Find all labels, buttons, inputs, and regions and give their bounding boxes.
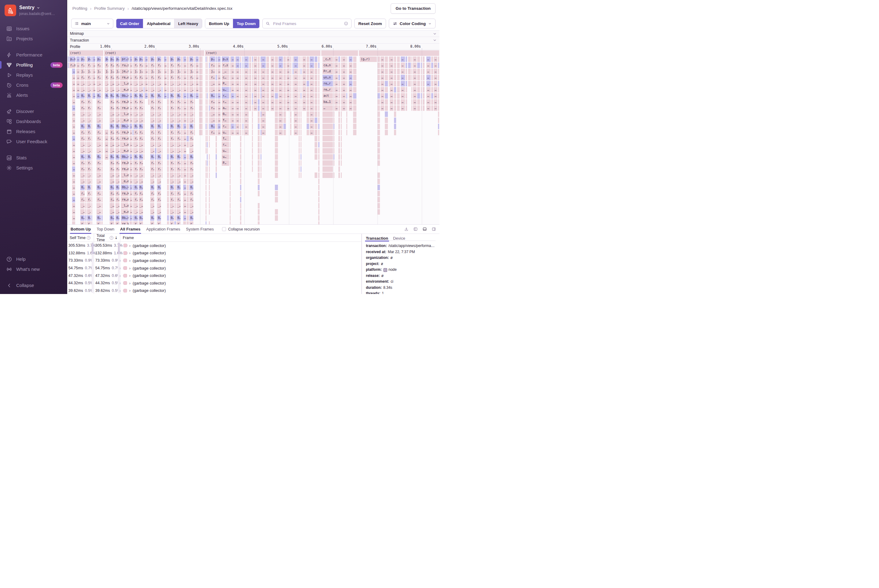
flame-frame[interactable] [346,93,347,99]
flame-frame[interactable]: p… [150,57,154,62]
flame-frame[interactable]: … [261,57,266,62]
flame-frame[interactable] [120,99,121,105]
flame-frame[interactable] [155,93,156,99]
flame-frame[interactable]: … [129,57,132,62]
flame-frame[interactable]: r… [170,136,174,141]
flame-frame[interactable]: _…e [96,81,101,86]
flame-frame[interactable]: _…e [96,203,101,208]
flame-frame[interactable] [101,124,103,129]
flame-frame[interactable]: … [380,57,384,62]
flame-frame[interactable] [385,75,388,80]
flame-frame[interactable]: … [129,117,132,123]
flame-frame[interactable]: … [195,87,198,93]
flame-frame[interactable] [394,75,396,80]
flame-frame[interactable] [275,130,278,135]
flame-frame[interactable] [91,99,92,105]
flame-frame[interactable] [323,111,333,117]
flame-frame[interactable]: … [218,57,221,62]
flame-frame[interactable] [301,87,302,93]
flame-frame[interactable]: r… [116,191,119,196]
flame-frame[interactable]: … [261,105,266,111]
flame-frame[interactable]: … [93,81,95,86]
flame-frame[interactable]: r… [157,191,161,196]
flame-frame[interactable] [318,87,320,93]
flame-frame[interactable] [275,185,278,190]
flame-frame[interactable]: _…e [110,178,114,184]
flame-frame[interactable]: … [77,57,80,62]
flame-frame[interactable]: re…e [121,75,129,80]
flame-frame[interactable]: … [129,166,132,172]
flame-frame[interactable] [290,87,291,93]
flame-frame[interactable] [338,93,340,99]
flame-frame[interactable]: … [278,111,283,117]
flame-frame[interactable] [397,69,400,74]
flame-frame[interactable] [258,142,260,147]
flame-frame[interactable] [209,130,210,135]
flame-frame[interactable]: … [254,81,257,86]
flame-frame[interactable]: … [72,87,75,93]
flame-frame[interactable]: r…s [222,63,229,68]
flame-frame[interactable] [186,221,189,224]
flame-frame[interactable]: r… [189,136,193,141]
flame-frame[interactable] [334,142,334,147]
flame-frame[interactable]: 0… [170,124,174,129]
flame-frame[interactable] [240,142,242,147]
flame-frame[interactable] [144,87,144,93]
flame-frame[interactable] [186,178,189,184]
flame-frame[interactable]: r… [222,93,229,99]
flame-frame[interactable] [186,57,189,62]
flame-frame[interactable]: … [72,111,75,117]
flame-frame[interactable]: … [145,69,147,74]
flame-frame[interactable] [207,160,208,166]
flame-frame[interactable] [194,69,195,74]
flame-frame[interactable]: … [236,75,239,80]
flame-frame[interactable] [186,203,189,208]
flame-frame[interactable] [334,99,334,105]
flame-frame[interactable]: … [434,57,437,62]
flame-frame[interactable]: _… [210,111,215,117]
flame-frame[interactable] [258,63,260,68]
flame-frame[interactable] [216,57,217,62]
flame-frame[interactable]: _… [134,142,138,147]
flame-frame[interactable]: _…e [96,142,101,147]
flame-frame[interactable] [181,105,183,111]
flame-frame[interactable]: r… [150,105,154,111]
flame-frame[interactable]: … [164,63,167,68]
flame-frame[interactable] [417,57,420,62]
flame-frame[interactable] [162,63,163,68]
flame-frame[interactable] [394,130,396,135]
flame-frame[interactable]: r… [150,63,154,68]
flame-frame[interactable] [186,75,189,80]
flame-frame[interactable]: u… [222,130,229,135]
flame-frame[interactable] [438,105,439,111]
chevron-right-icon[interactable]: › [129,250,131,255]
flame-frame[interactable] [85,154,86,160]
flame-frame[interactable] [209,75,210,80]
flame-frame[interactable] [174,197,176,202]
flame-frame[interactable]: … [434,99,437,105]
flame-frame[interactable]: r… [177,75,180,80]
flame-frame[interactable] [91,87,92,93]
flame-frame[interactable] [240,191,242,196]
flame-frame[interactable] [307,81,309,86]
flame-frame[interactable]: _…e [110,111,114,117]
flame-frame[interactable] [186,136,189,141]
flame-frame[interactable] [318,148,320,154]
flame-frame[interactable] [323,142,333,147]
flame-frame[interactable] [338,142,340,147]
flame-frame[interactable]: r…e [96,105,101,111]
flame-frame[interactable] [186,142,189,147]
flame-frame[interactable] [181,93,183,99]
flame-frame[interactable]: 0… [157,154,161,160]
flame-frame[interactable]: … [195,69,198,74]
chevron-right-icon[interactable]: › [129,273,131,278]
flame-frame[interactable]: 0… [134,215,138,221]
flame-frame[interactable]: p…s [222,57,229,62]
flame-frame[interactable] [230,215,231,221]
flame-frame[interactable] [85,57,86,62]
flame-frame[interactable] [91,148,92,154]
flame-frame[interactable]: r… [170,166,174,172]
flame-frame[interactable] [397,93,400,99]
flame-frame[interactable]: … [231,81,234,86]
flame-frame[interactable] [167,142,169,147]
